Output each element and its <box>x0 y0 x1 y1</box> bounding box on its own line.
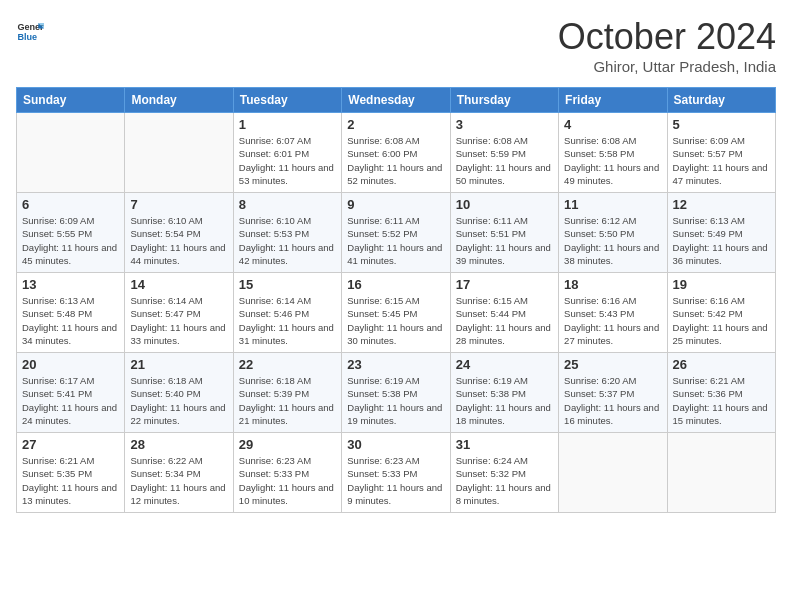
day-number: 19 <box>673 277 770 292</box>
day-number: 1 <box>239 117 336 132</box>
calendar-cell: 16Sunrise: 6:15 AM Sunset: 5:45 PM Dayli… <box>342 273 450 353</box>
day-number: 22 <box>239 357 336 372</box>
day-number: 3 <box>456 117 553 132</box>
day-number: 24 <box>456 357 553 372</box>
weekday-header-row: SundayMondayTuesdayWednesdayThursdayFrid… <box>17 88 776 113</box>
day-number: 20 <box>22 357 119 372</box>
day-number: 6 <box>22 197 119 212</box>
calendar-cell: 12Sunrise: 6:13 AM Sunset: 5:49 PM Dayli… <box>667 193 775 273</box>
day-number: 25 <box>564 357 661 372</box>
day-info: Sunrise: 6:19 AM Sunset: 5:38 PM Dayligh… <box>456 374 553 427</box>
calendar-cell <box>667 433 775 513</box>
calendar-cell: 29Sunrise: 6:23 AM Sunset: 5:33 PM Dayli… <box>233 433 341 513</box>
calendar-cell: 31Sunrise: 6:24 AM Sunset: 5:32 PM Dayli… <box>450 433 558 513</box>
calendar-cell: 7Sunrise: 6:10 AM Sunset: 5:54 PM Daylig… <box>125 193 233 273</box>
day-info: Sunrise: 6:23 AM Sunset: 5:33 PM Dayligh… <box>347 454 444 507</box>
calendar-cell: 22Sunrise: 6:18 AM Sunset: 5:39 PM Dayli… <box>233 353 341 433</box>
day-info: Sunrise: 6:13 AM Sunset: 5:48 PM Dayligh… <box>22 294 119 347</box>
calendar-cell: 24Sunrise: 6:19 AM Sunset: 5:38 PM Dayli… <box>450 353 558 433</box>
calendar-cell: 19Sunrise: 6:16 AM Sunset: 5:42 PM Dayli… <box>667 273 775 353</box>
day-info: Sunrise: 6:21 AM Sunset: 5:36 PM Dayligh… <box>673 374 770 427</box>
logo-icon: General Blue <box>16 16 44 44</box>
day-info: Sunrise: 6:15 AM Sunset: 5:44 PM Dayligh… <box>456 294 553 347</box>
calendar-cell: 8Sunrise: 6:10 AM Sunset: 5:53 PM Daylig… <box>233 193 341 273</box>
calendar-cell: 17Sunrise: 6:15 AM Sunset: 5:44 PM Dayli… <box>450 273 558 353</box>
calendar-cell: 5Sunrise: 6:09 AM Sunset: 5:57 PM Daylig… <box>667 113 775 193</box>
day-info: Sunrise: 6:09 AM Sunset: 5:55 PM Dayligh… <box>22 214 119 267</box>
calendar-cell: 14Sunrise: 6:14 AM Sunset: 5:47 PM Dayli… <box>125 273 233 353</box>
page-header: General Blue October 2024 Ghiror, Uttar … <box>16 16 776 75</box>
day-number: 15 <box>239 277 336 292</box>
calendar-week-5: 27Sunrise: 6:21 AM Sunset: 5:35 PM Dayli… <box>17 433 776 513</box>
weekday-header-tuesday: Tuesday <box>233 88 341 113</box>
day-info: Sunrise: 6:16 AM Sunset: 5:43 PM Dayligh… <box>564 294 661 347</box>
day-info: Sunrise: 6:18 AM Sunset: 5:40 PM Dayligh… <box>130 374 227 427</box>
day-info: Sunrise: 6:24 AM Sunset: 5:32 PM Dayligh… <box>456 454 553 507</box>
day-number: 16 <box>347 277 444 292</box>
day-number: 29 <box>239 437 336 452</box>
day-number: 28 <box>130 437 227 452</box>
location-title: Ghiror, Uttar Pradesh, India <box>558 58 776 75</box>
logo: General Blue <box>16 16 44 44</box>
day-info: Sunrise: 6:11 AM Sunset: 5:51 PM Dayligh… <box>456 214 553 267</box>
day-number: 2 <box>347 117 444 132</box>
weekday-header-sunday: Sunday <box>17 88 125 113</box>
day-info: Sunrise: 6:21 AM Sunset: 5:35 PM Dayligh… <box>22 454 119 507</box>
day-info: Sunrise: 6:20 AM Sunset: 5:37 PM Dayligh… <box>564 374 661 427</box>
calendar-cell: 13Sunrise: 6:13 AM Sunset: 5:48 PM Dayli… <box>17 273 125 353</box>
day-info: Sunrise: 6:10 AM Sunset: 5:53 PM Dayligh… <box>239 214 336 267</box>
day-info: Sunrise: 6:13 AM Sunset: 5:49 PM Dayligh… <box>673 214 770 267</box>
weekday-header-saturday: Saturday <box>667 88 775 113</box>
day-number: 12 <box>673 197 770 212</box>
day-info: Sunrise: 6:09 AM Sunset: 5:57 PM Dayligh… <box>673 134 770 187</box>
day-info: Sunrise: 6:08 AM Sunset: 5:58 PM Dayligh… <box>564 134 661 187</box>
day-number: 10 <box>456 197 553 212</box>
calendar-cell: 10Sunrise: 6:11 AM Sunset: 5:51 PM Dayli… <box>450 193 558 273</box>
calendar-week-4: 20Sunrise: 6:17 AM Sunset: 5:41 PM Dayli… <box>17 353 776 433</box>
calendar-week-3: 13Sunrise: 6:13 AM Sunset: 5:48 PM Dayli… <box>17 273 776 353</box>
day-number: 26 <box>673 357 770 372</box>
calendar-cell: 20Sunrise: 6:17 AM Sunset: 5:41 PM Dayli… <box>17 353 125 433</box>
day-info: Sunrise: 6:08 AM Sunset: 5:59 PM Dayligh… <box>456 134 553 187</box>
calendar-week-1: 1Sunrise: 6:07 AM Sunset: 6:01 PM Daylig… <box>17 113 776 193</box>
calendar-cell <box>559 433 667 513</box>
calendar-cell: 27Sunrise: 6:21 AM Sunset: 5:35 PM Dayli… <box>17 433 125 513</box>
day-number: 5 <box>673 117 770 132</box>
calendar-cell: 26Sunrise: 6:21 AM Sunset: 5:36 PM Dayli… <box>667 353 775 433</box>
day-number: 9 <box>347 197 444 212</box>
day-number: 7 <box>130 197 227 212</box>
calendar-cell: 30Sunrise: 6:23 AM Sunset: 5:33 PM Dayli… <box>342 433 450 513</box>
day-info: Sunrise: 6:12 AM Sunset: 5:50 PM Dayligh… <box>564 214 661 267</box>
day-info: Sunrise: 6:18 AM Sunset: 5:39 PM Dayligh… <box>239 374 336 427</box>
calendar-cell: 9Sunrise: 6:11 AM Sunset: 5:52 PM Daylig… <box>342 193 450 273</box>
month-title: October 2024 <box>558 16 776 58</box>
calendar-cell: 18Sunrise: 6:16 AM Sunset: 5:43 PM Dayli… <box>559 273 667 353</box>
day-info: Sunrise: 6:07 AM Sunset: 6:01 PM Dayligh… <box>239 134 336 187</box>
svg-text:Blue: Blue <box>17 32 37 42</box>
day-info: Sunrise: 6:22 AM Sunset: 5:34 PM Dayligh… <box>130 454 227 507</box>
calendar-cell <box>17 113 125 193</box>
day-number: 8 <box>239 197 336 212</box>
day-number: 14 <box>130 277 227 292</box>
calendar-cell: 2Sunrise: 6:08 AM Sunset: 6:00 PM Daylig… <box>342 113 450 193</box>
calendar-cell: 15Sunrise: 6:14 AM Sunset: 5:46 PM Dayli… <box>233 273 341 353</box>
calendar-cell: 28Sunrise: 6:22 AM Sunset: 5:34 PM Dayli… <box>125 433 233 513</box>
weekday-header-monday: Monday <box>125 88 233 113</box>
calendar-week-2: 6Sunrise: 6:09 AM Sunset: 5:55 PM Daylig… <box>17 193 776 273</box>
day-number: 11 <box>564 197 661 212</box>
day-info: Sunrise: 6:08 AM Sunset: 6:00 PM Dayligh… <box>347 134 444 187</box>
weekday-header-thursday: Thursday <box>450 88 558 113</box>
day-info: Sunrise: 6:15 AM Sunset: 5:45 PM Dayligh… <box>347 294 444 347</box>
day-number: 13 <box>22 277 119 292</box>
day-number: 18 <box>564 277 661 292</box>
day-info: Sunrise: 6:16 AM Sunset: 5:42 PM Dayligh… <box>673 294 770 347</box>
day-info: Sunrise: 6:11 AM Sunset: 5:52 PM Dayligh… <box>347 214 444 267</box>
calendar-cell <box>125 113 233 193</box>
calendar-cell: 1Sunrise: 6:07 AM Sunset: 6:01 PM Daylig… <box>233 113 341 193</box>
day-info: Sunrise: 6:19 AM Sunset: 5:38 PM Dayligh… <box>347 374 444 427</box>
day-number: 31 <box>456 437 553 452</box>
day-info: Sunrise: 6:14 AM Sunset: 5:47 PM Dayligh… <box>130 294 227 347</box>
day-number: 30 <box>347 437 444 452</box>
calendar-body: 1Sunrise: 6:07 AM Sunset: 6:01 PM Daylig… <box>17 113 776 513</box>
day-info: Sunrise: 6:14 AM Sunset: 5:46 PM Dayligh… <box>239 294 336 347</box>
